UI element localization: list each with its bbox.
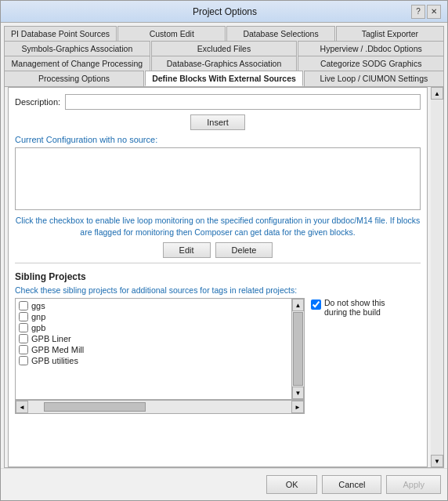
h-scroll-thumb: [44, 402, 146, 412]
tab-pi-database[interactable]: PI Database Point Sources: [4, 26, 117, 41]
tab-row-4: Processing Options Define Blocks With Ex…: [4, 71, 444, 86]
tab-live-loop[interactable]: Live Loop / CIUMON Settings: [304, 71, 444, 86]
insert-row: Insert: [15, 114, 421, 130]
edit-button[interactable]: Edit: [163, 242, 211, 258]
tab-row-2: Symbols-Graphics Association Excluded Fi…: [4, 41, 444, 56]
scroll-thumb[interactable]: [293, 312, 303, 386]
sibling-list: ggs gnp gpb: [16, 299, 291, 399]
close-button[interactable]: ✕: [427, 5, 441, 19]
description-input[interactable]: [65, 94, 421, 110]
sibling-checkbox-gpb-med-mill[interactable]: [19, 345, 28, 354]
sibling-area: ggs gnp gpb: [15, 298, 421, 414]
main-scroll-down[interactable]: ▼: [431, 455, 443, 467]
tab-row-1: PI Database Point Sources Custom Edit Da…: [4, 26, 444, 41]
content-panel: Description: Insert Current Configuratio…: [8, 87, 428, 467]
description-label: Description:: [15, 97, 60, 107]
main-scroll-up[interactable]: ▲: [431, 87, 443, 100]
sibling-title: Sibling Projects: [15, 271, 421, 282]
title-controls: ? ✕: [411, 5, 441, 19]
config-section: Current Configuration with no source:: [15, 135, 421, 210]
tab-categorize-sodg[interactable]: Categorize SODG Graphics: [298, 56, 444, 71]
sibling-item-gpb-med-mill: GPB Med Mill: [17, 344, 290, 355]
tab-custom-edit[interactable]: Custom Edit: [117, 26, 226, 41]
horizontal-scrollbar: ◄ ►: [15, 400, 305, 414]
delete-button[interactable]: Delete: [215, 242, 273, 258]
h-scroll-right-arrow[interactable]: ►: [291, 401, 304, 413]
sibling-list-container: ggs gnp gpb: [15, 298, 305, 400]
do-not-show-checkbox[interactable]: [311, 300, 321, 310]
sibling-item-gpb: gpb: [17, 322, 290, 333]
description-row: Description:: [15, 94, 421, 110]
config-section-label: Current Configuration with no source:: [15, 135, 421, 144]
insert-button[interactable]: Insert: [190, 114, 245, 130]
sibling-checkbox-gpb[interactable]: [19, 323, 28, 332]
tab-row-3: Management of Change Processing Database…: [4, 56, 444, 71]
tab-database-graphics[interactable]: Database-Graphics Association: [151, 56, 298, 71]
tab-hyperview[interactable]: Hyperview / .Dbdoc Options: [298, 41, 444, 56]
sibling-item-ggs: ggs: [17, 300, 290, 311]
tab-taglist-exporter[interactable]: Taglist Exporter: [336, 26, 444, 41]
tab-processing-options[interactable]: Processing Options: [4, 71, 144, 86]
tab-management-change[interactable]: Management of Change Processing: [4, 56, 150, 71]
info-text: Click the checkbox to enable live loop m…: [15, 215, 421, 238]
title-bar: Project Options ? ✕: [1, 1, 447, 23]
main-scroll-track-middle[interactable]: [431, 100, 443, 455]
help-button[interactable]: ?: [411, 5, 425, 19]
sibling-item-gpb-liner: GPB Liner: [17, 333, 290, 344]
side-option: Do not show this during the build: [311, 298, 405, 317]
sibling-list-scrollbar: ▲ ▼: [291, 299, 304, 399]
sibling-checkbox-gpb-utilities[interactable]: [19, 356, 28, 365]
sibling-checkbox-gnp[interactable]: [19, 312, 28, 321]
sibling-item-gpb-utilities: GPB utilities: [17, 355, 290, 366]
tab-area: PI Database Point Sources Custom Edit Da…: [1, 23, 447, 86]
edit-delete-row: Edit Delete: [15, 242, 421, 258]
footer: OK Cancel Apply: [1, 468, 447, 500]
main-scrollbar: ▲ ▼: [431, 87, 443, 467]
config-list[interactable]: [15, 147, 421, 210]
sibling-checkbox-gpb-liner[interactable]: [19, 334, 28, 343]
sibling-section: Sibling Projects Check these sibling pro…: [15, 268, 421, 414]
sibling-item-gnp: gnp: [17, 311, 290, 322]
tab-define-blocks[interactable]: Define Blocks With External Sources: [145, 71, 303, 86]
apply-button[interactable]: Apply: [386, 475, 441, 494]
ok-button[interactable]: OK: [266, 475, 317, 494]
sibling-checkbox-ggs[interactable]: [19, 301, 28, 310]
tab-symbols-graphics[interactable]: Symbols-Graphics Association: [4, 41, 150, 56]
scroll-down-arrow[interactable]: ▼: [292, 387, 304, 399]
scroll-up-arrow[interactable]: ▲: [292, 299, 304, 311]
main-content-area: Description: Insert Current Configuratio…: [4, 86, 444, 468]
h-scroll-track[interactable]: [28, 401, 291, 413]
h-scroll-left-arrow[interactable]: ◄: [16, 401, 28, 413]
tab-database-selections[interactable]: Database Selections: [226, 26, 334, 41]
sibling-desc: Check these sibling projects for additio…: [15, 285, 421, 295]
project-options-window: Project Options ? ✕ PI Database Point So…: [0, 0, 448, 501]
window-title: Project Options: [38, 6, 411, 17]
cancel-button[interactable]: Cancel: [322, 475, 381, 494]
do-not-show-label: Do not show this during the build: [324, 298, 405, 317]
tab-excluded-files[interactable]: Excluded Files: [151, 41, 298, 56]
